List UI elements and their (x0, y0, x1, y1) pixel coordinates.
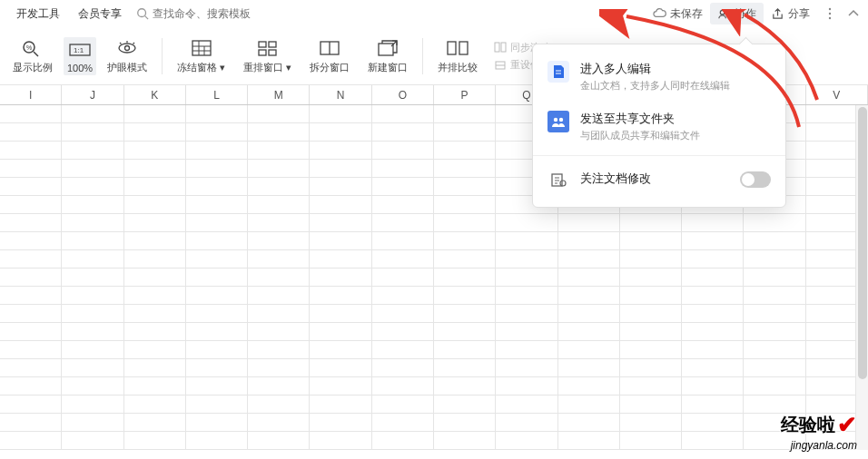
cell[interactable] (744, 359, 805, 376)
cell[interactable] (620, 305, 682, 322)
table-row[interactable] (0, 323, 868, 341)
cell[interactable] (434, 269, 496, 286)
cell[interactable] (0, 341, 62, 358)
cell[interactable] (434, 323, 496, 340)
cell[interactable] (496, 414, 557, 431)
cell[interactable] (372, 396, 434, 413)
cell[interactable] (620, 432, 682, 449)
cell[interactable] (310, 214, 371, 231)
cell[interactable] (248, 269, 310, 286)
cell[interactable] (248, 196, 310, 213)
cell[interactable] (62, 341, 123, 358)
cell[interactable] (62, 432, 123, 449)
cell[interactable] (310, 105, 371, 122)
cell[interactable] (0, 178, 62, 195)
share-button[interactable]: 分享 (764, 3, 817, 24)
search-input[interactable] (153, 7, 280, 20)
cell[interactable] (0, 432, 62, 449)
dropdown-follow-changes[interactable]: 关注文档修改 (533, 160, 785, 200)
cell[interactable] (186, 178, 248, 195)
scrollbar-thumb[interactable] (858, 107, 867, 379)
table-row[interactable] (0, 232, 868, 250)
cell[interactable] (620, 323, 682, 340)
cell[interactable] (496, 323, 557, 340)
cell[interactable] (0, 323, 62, 340)
cell[interactable] (682, 250, 744, 268)
cell[interactable] (248, 323, 310, 340)
cell[interactable] (682, 305, 744, 322)
cell[interactable] (620, 377, 682, 395)
cell[interactable] (558, 414, 620, 431)
more-icon[interactable] (823, 6, 837, 21)
table-row[interactable] (0, 396, 868, 414)
cell[interactable] (0, 287, 62, 304)
cell[interactable] (186, 105, 248, 122)
cell[interactable] (186, 160, 248, 177)
dropdown-multi-edit[interactable]: 进入多人编辑 金山文档，支持多人同时在线编辑 (533, 52, 785, 102)
eye-mode-button[interactable]: 护眼模式 (100, 29, 154, 83)
cell[interactable] (186, 123, 248, 141)
cell[interactable] (248, 232, 310, 249)
table-row[interactable] (0, 341, 868, 359)
cell[interactable] (310, 377, 371, 395)
follow-toggle[interactable] (740, 171, 771, 188)
cell[interactable] (248, 341, 310, 358)
cell[interactable] (434, 341, 496, 358)
cell[interactable] (434, 414, 496, 431)
side-by-side-button[interactable]: 并排比较 (430, 29, 485, 83)
cell[interactable] (124, 160, 186, 177)
cell[interactable] (124, 178, 186, 195)
cell[interactable] (0, 359, 62, 376)
cell[interactable] (310, 323, 371, 340)
cell[interactable] (620, 359, 682, 376)
cell[interactable] (248, 178, 310, 195)
cell[interactable] (248, 105, 310, 122)
cell[interactable] (682, 287, 744, 304)
cell[interactable] (744, 341, 805, 358)
cell[interactable] (186, 232, 248, 249)
cell[interactable] (186, 396, 248, 413)
cell[interactable] (62, 105, 123, 122)
cell[interactable] (186, 305, 248, 322)
freeze-panes-button[interactable]: 冻结窗格 ▾ (170, 29, 232, 83)
cell[interactable] (496, 250, 557, 268)
cell[interactable] (372, 341, 434, 358)
cell[interactable] (496, 396, 557, 413)
cell[interactable] (496, 359, 557, 376)
unsaved-status[interactable]: 未保存 (646, 3, 710, 24)
cell[interactable] (310, 396, 371, 413)
cell[interactable] (558, 214, 620, 231)
column-header[interactable]: I (0, 85, 62, 104)
table-row[interactable] (0, 287, 868, 305)
cell[interactable] (186, 287, 248, 304)
cell[interactable] (434, 250, 496, 268)
cell[interactable] (744, 250, 805, 268)
cell[interactable] (310, 232, 371, 249)
cell[interactable] (124, 250, 186, 268)
table-row[interactable] (0, 377, 868, 396)
cell[interactable] (0, 142, 62, 159)
cell[interactable] (310, 341, 371, 358)
cell[interactable] (186, 341, 248, 358)
cell[interactable] (558, 269, 620, 286)
cell[interactable] (62, 287, 123, 304)
cell[interactable] (496, 287, 557, 304)
cell[interactable] (0, 232, 62, 249)
column-header[interactable]: V (806, 85, 868, 104)
cell[interactable] (0, 160, 62, 177)
cell[interactable] (496, 377, 557, 395)
column-header[interactable]: J (62, 85, 123, 104)
cell[interactable] (434, 377, 496, 395)
cell[interactable] (682, 269, 744, 286)
column-header[interactable]: L (186, 85, 248, 104)
cell[interactable] (310, 142, 371, 159)
tab-member[interactable]: 会员专享 (69, 0, 131, 27)
table-row[interactable] (0, 269, 868, 287)
cell[interactable] (620, 269, 682, 286)
cell[interactable] (310, 359, 371, 376)
cell[interactable] (682, 341, 744, 358)
cell[interactable] (248, 305, 310, 322)
cell[interactable] (62, 123, 123, 141)
cell[interactable] (744, 305, 805, 322)
cell[interactable] (62, 305, 123, 322)
